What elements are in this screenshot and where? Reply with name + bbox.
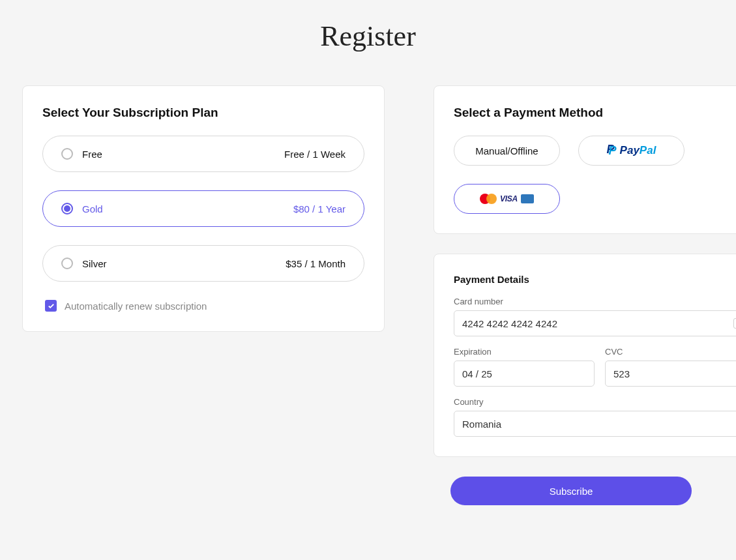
plan-option-free[interactable]: Free Free / 1 Week (42, 136, 364, 172)
expiration-label: Expiration (454, 347, 595, 357)
page-title: Register (0, 0, 736, 85)
card-brand-icons: VISA (480, 194, 534, 205)
plan-price: Free / 1 Week (284, 149, 346, 160)
payment-method-card[interactable]: VISA (454, 184, 560, 214)
paypal-logo: PayPal (620, 144, 656, 157)
card-number-label: Card number (454, 297, 736, 306)
visa-badge-icon: VISA (733, 318, 736, 329)
plan-price: $80 / 1 Year (293, 203, 346, 214)
auto-renew-label: Automatically renew subscription (65, 301, 207, 312)
radio-silver[interactable] (61, 258, 73, 269)
payment-method-paypal[interactable]: PayPal (578, 136, 684, 166)
paypal-icon (607, 145, 616, 156)
country-select[interactable]: Romania (454, 411, 736, 437)
card-number-input[interactable] (462, 318, 733, 329)
auto-renew-checkbox[interactable] (45, 300, 57, 312)
check-icon (48, 302, 55, 310)
country-label: Country (454, 397, 736, 407)
visa-icon: VISA (500, 194, 518, 203)
payment-heading: Select a Payment Method (454, 106, 736, 120)
payment-details-card: Payment Details Card number VISA Expirat… (434, 254, 736, 457)
details-heading: Payment Details (454, 274, 736, 285)
radio-gold[interactable] (61, 203, 73, 214)
amex-icon (521, 194, 534, 203)
plan-option-silver[interactable]: Silver $35 / 1 Month (42, 245, 364, 282)
payment-method-card: Select a Payment Method Manual/Offline P… (434, 85, 736, 234)
cvc-input[interactable] (613, 368, 736, 379)
subscription-heading: Select Your Subscription Plan (42, 106, 364, 120)
subscription-card: Select Your Subscription Plan Free Free … (22, 85, 385, 332)
plan-price: $35 / 1 Month (286, 258, 346, 269)
expiration-input[interactable] (462, 368, 586, 379)
plan-name: Silver (82, 258, 107, 269)
mastercard-icon (480, 194, 497, 205)
plan-option-gold[interactable]: Gold $80 / 1 Year (42, 190, 364, 227)
radio-free[interactable] (61, 148, 73, 160)
payment-method-manual[interactable]: Manual/Offline (454, 136, 560, 166)
plan-name: Free (82, 149, 102, 160)
plan-name: Gold (82, 203, 103, 214)
cvc-label: CVC (605, 347, 736, 357)
subscribe-button[interactable]: Subscribe (450, 477, 692, 505)
